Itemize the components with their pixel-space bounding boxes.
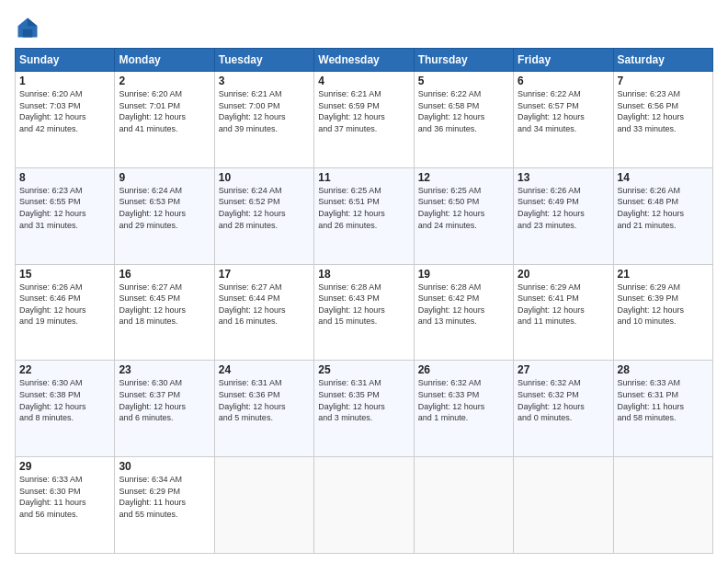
- day-number: 18: [318, 268, 409, 281]
- weekday-header: Thursday: [414, 49, 513, 72]
- day-content: Sunrise: 6:20 AMSunset: 7:03 PMDaylight:…: [19, 88, 110, 134]
- calendar-cell: 2Sunrise: 6:20 AMSunset: 7:01 PMDaylight…: [115, 72, 214, 168]
- day-content: Sunrise: 6:28 AMSunset: 6:42 PMDaylight:…: [418, 282, 509, 327]
- day-content: Sunrise: 6:22 AMSunset: 6:57 PMDaylight:…: [518, 88, 609, 134]
- calendar-cell: 28Sunrise: 6:33 AMSunset: 6:31 PMDayligh…: [613, 361, 712, 457]
- calendar-cell: 8Sunrise: 6:23 AMSunset: 6:55 PMDaylight…: [16, 167, 115, 264]
- calendar-cell: 30Sunrise: 6:34 AMSunset: 6:29 PMDayligh…: [115, 457, 214, 554]
- day-number: 28: [618, 363, 709, 376]
- calendar-cell: 7Sunrise: 6:23 AMSunset: 6:56 PMDaylight…: [613, 72, 712, 168]
- day-number: 5: [418, 75, 509, 87]
- logo: [15, 15, 44, 40]
- day-content: Sunrise: 6:32 AMSunset: 6:33 PMDaylight:…: [418, 377, 509, 423]
- calendar-cell: 26Sunrise: 6:32 AMSunset: 6:33 PMDayligh…: [414, 361, 513, 457]
- calendar-cell: [514, 457, 613, 554]
- day-content: Sunrise: 6:27 AMSunset: 6:45 PMDaylight:…: [119, 282, 210, 327]
- calendar-cell: 19Sunrise: 6:28 AMSunset: 6:42 PMDayligh…: [414, 264, 513, 361]
- day-content: Sunrise: 6:23 AMSunset: 6:56 PMDaylight:…: [618, 88, 709, 134]
- day-number: 29: [19, 460, 110, 473]
- day-number: 16: [119, 268, 210, 281]
- day-content: Sunrise: 6:26 AMSunset: 6:48 PMDaylight:…: [618, 185, 709, 231]
- calendar-cell: [314, 457, 414, 554]
- calendar-cell: 29Sunrise: 6:33 AMSunset: 6:30 PMDayligh…: [16, 457, 115, 554]
- day-content: Sunrise: 6:28 AMSunset: 6:43 PMDaylight:…: [318, 282, 409, 327]
- calendar-cell: [214, 457, 313, 554]
- page: SundayMondayTuesdayWednesdayThursdayFrid…: [0, 0, 728, 563]
- day-content: Sunrise: 6:29 AMSunset: 6:39 PMDaylight:…: [618, 282, 709, 327]
- calendar-cell: 10Sunrise: 6:24 AMSunset: 6:52 PMDayligh…: [214, 167, 313, 264]
- weekday-header: Tuesday: [214, 49, 313, 72]
- day-content: Sunrise: 6:25 AMSunset: 6:50 PMDaylight:…: [418, 185, 509, 231]
- calendar-cell: [414, 457, 513, 554]
- calendar-cell: 27Sunrise: 6:32 AMSunset: 6:32 PMDayligh…: [514, 361, 613, 457]
- day-number: 19: [418, 268, 509, 281]
- calendar-cell: 4Sunrise: 6:21 AMSunset: 6:59 PMDaylight…: [314, 72, 414, 168]
- day-number: 27: [518, 363, 609, 376]
- day-content: Sunrise: 6:27 AMSunset: 6:44 PMDaylight:…: [219, 282, 310, 327]
- calendar-cell: 12Sunrise: 6:25 AMSunset: 6:50 PMDayligh…: [414, 167, 513, 264]
- calendar-cell: 6Sunrise: 6:22 AMSunset: 6:57 PMDaylight…: [514, 72, 613, 168]
- day-number: 15: [19, 268, 110, 281]
- calendar-cell: 22Sunrise: 6:30 AMSunset: 6:38 PMDayligh…: [16, 361, 115, 457]
- day-number: 14: [618, 171, 709, 184]
- weekday-header: Wednesday: [314, 49, 414, 72]
- calendar-cell: [613, 457, 712, 554]
- day-number: 25: [318, 363, 409, 376]
- day-number: 13: [518, 171, 609, 184]
- calendar-cell: 13Sunrise: 6:26 AMSunset: 6:49 PMDayligh…: [514, 167, 613, 264]
- weekday-header: Saturday: [613, 49, 712, 72]
- calendar-cell: 1Sunrise: 6:20 AMSunset: 7:03 PMDaylight…: [16, 72, 115, 168]
- day-content: Sunrise: 6:26 AMSunset: 6:49 PMDaylight:…: [518, 185, 609, 231]
- weekday-header: Monday: [115, 49, 214, 72]
- day-content: Sunrise: 6:32 AMSunset: 6:32 PMDaylight:…: [518, 377, 609, 423]
- day-content: Sunrise: 6:31 AMSunset: 6:36 PMDaylight:…: [219, 377, 310, 423]
- day-number: 1: [19, 75, 110, 87]
- day-number: 8: [19, 171, 110, 184]
- day-content: Sunrise: 6:20 AMSunset: 7:01 PMDaylight:…: [119, 88, 210, 134]
- day-number: 23: [119, 363, 210, 376]
- day-content: Sunrise: 6:30 AMSunset: 6:38 PMDaylight:…: [19, 377, 110, 423]
- calendar-cell: 24Sunrise: 6:31 AMSunset: 6:36 PMDayligh…: [214, 361, 313, 457]
- calendar-cell: 3Sunrise: 6:21 AMSunset: 7:00 PMDaylight…: [214, 72, 313, 168]
- day-number: 30: [119, 460, 210, 473]
- day-number: 17: [219, 268, 310, 281]
- day-content: Sunrise: 6:31 AMSunset: 6:35 PMDaylight:…: [318, 377, 409, 423]
- day-number: 10: [219, 171, 310, 184]
- calendar-cell: 18Sunrise: 6:28 AMSunset: 6:43 PMDayligh…: [314, 264, 414, 361]
- day-content: Sunrise: 6:29 AMSunset: 6:41 PMDaylight:…: [518, 282, 609, 327]
- day-content: Sunrise: 6:24 AMSunset: 6:53 PMDaylight:…: [119, 185, 210, 231]
- day-number: 11: [318, 171, 409, 184]
- day-number: 21: [618, 268, 709, 281]
- calendar-cell: 15Sunrise: 6:26 AMSunset: 6:46 PMDayligh…: [16, 264, 115, 361]
- calendar-cell: 11Sunrise: 6:25 AMSunset: 6:51 PMDayligh…: [314, 167, 414, 264]
- day-content: Sunrise: 6:21 AMSunset: 7:00 PMDaylight:…: [219, 88, 310, 134]
- calendar-cell: 25Sunrise: 6:31 AMSunset: 6:35 PMDayligh…: [314, 361, 414, 457]
- svg-marker-1: [28, 18, 38, 27]
- logo-icon: [15, 15, 40, 40]
- day-number: 6: [518, 75, 609, 87]
- day-number: 4: [318, 75, 409, 87]
- day-content: Sunrise: 6:30 AMSunset: 6:37 PMDaylight:…: [119, 377, 210, 423]
- day-number: 2: [119, 75, 210, 87]
- day-number: 7: [618, 75, 709, 87]
- day-number: 12: [418, 171, 509, 184]
- day-number: 9: [119, 171, 210, 184]
- day-content: Sunrise: 6:33 AMSunset: 6:31 PMDaylight:…: [618, 377, 709, 423]
- svg-rect-2: [23, 29, 33, 38]
- calendar-cell: 23Sunrise: 6:30 AMSunset: 6:37 PMDayligh…: [115, 361, 214, 457]
- header: [15, 15, 713, 40]
- day-content: Sunrise: 6:25 AMSunset: 6:51 PMDaylight:…: [318, 185, 409, 231]
- calendar-cell: 9Sunrise: 6:24 AMSunset: 6:53 PMDaylight…: [115, 167, 214, 264]
- day-content: Sunrise: 6:26 AMSunset: 6:46 PMDaylight:…: [19, 282, 110, 327]
- day-number: 3: [219, 75, 310, 87]
- day-number: 24: [219, 363, 310, 376]
- day-number: 22: [19, 363, 110, 376]
- weekday-header: Sunday: [16, 49, 115, 72]
- day-number: 20: [518, 268, 609, 281]
- day-content: Sunrise: 6:33 AMSunset: 6:30 PMDaylight:…: [19, 474, 110, 520]
- day-content: Sunrise: 6:22 AMSunset: 6:58 PMDaylight:…: [418, 88, 509, 134]
- calendar-cell: 21Sunrise: 6:29 AMSunset: 6:39 PMDayligh…: [613, 264, 712, 361]
- day-content: Sunrise: 6:21 AMSunset: 6:59 PMDaylight:…: [318, 88, 409, 134]
- day-content: Sunrise: 6:34 AMSunset: 6:29 PMDaylight:…: [119, 474, 210, 520]
- day-content: Sunrise: 6:24 AMSunset: 6:52 PMDaylight:…: [219, 185, 310, 231]
